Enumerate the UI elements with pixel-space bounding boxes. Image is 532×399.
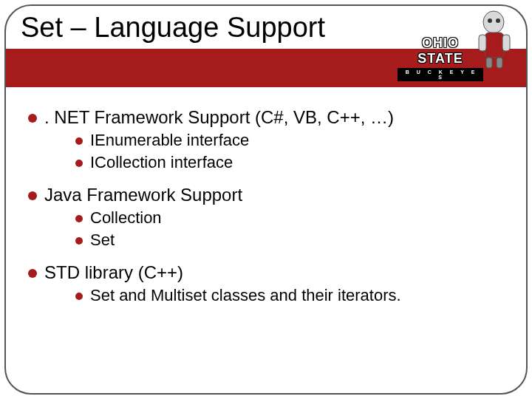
logo-line2: B U C K E Y E S xyxy=(398,68,483,81)
svg-point-1 xyxy=(488,18,492,23)
sub-bullet: Set and Multiset classes and their itera… xyxy=(75,285,510,306)
svg-rect-3 xyxy=(485,33,504,58)
svg-rect-5 xyxy=(502,35,510,51)
svg-point-2 xyxy=(496,18,500,23)
svg-point-0 xyxy=(483,11,504,33)
bullet-icon xyxy=(75,237,83,245)
bullet-icon xyxy=(75,293,83,300)
sub-text: ICollection interface xyxy=(90,153,233,171)
bullet-icon xyxy=(28,269,37,278)
bullet-java: Java Framework Support xyxy=(28,184,510,206)
ohio-state-logo: OHIO STATE B U C K E Y E S xyxy=(395,10,513,81)
bullet-net: . NET Framework Support (C#, VB, C++, …) xyxy=(28,106,510,129)
sub-text: Collection xyxy=(90,208,162,227)
bullet-icon xyxy=(28,191,37,200)
bullet-icon xyxy=(28,114,37,123)
sub-bullet: Collection xyxy=(75,208,510,228)
content: . NET Framework Support (C#, VB, C++, …)… xyxy=(28,103,510,307)
bullet-text: Java Framework Support xyxy=(44,185,242,205)
svg-rect-6 xyxy=(486,58,492,68)
sub-bullet: IEnumerable interface xyxy=(75,130,510,151)
bullet-text: STD library (C++) xyxy=(44,262,183,282)
slide-title: Set – Language Support xyxy=(21,12,325,44)
logo-line1: OHIO STATE xyxy=(398,35,483,66)
sub-bullet: Set xyxy=(75,230,510,250)
sub-bullet: ICollection interface xyxy=(75,152,510,173)
slide: Set – Language Support OHIO STATE B U C … xyxy=(0,0,532,399)
sub-text: Set xyxy=(90,231,115,249)
bullet-icon xyxy=(75,160,83,167)
sub-text: IEnumerable interface xyxy=(90,131,249,149)
logo-text: OHIO STATE B U C K E Y E S xyxy=(398,35,483,81)
bullet-text: . NET Framework Support (C#, VB, C++, …) xyxy=(44,107,394,127)
svg-rect-7 xyxy=(497,58,502,68)
bullet-icon xyxy=(75,215,83,222)
sub-text: Set and Multiset classes and their itera… xyxy=(90,286,401,304)
bullet-std: STD library (C++) xyxy=(28,262,510,284)
bullet-icon xyxy=(75,137,83,145)
